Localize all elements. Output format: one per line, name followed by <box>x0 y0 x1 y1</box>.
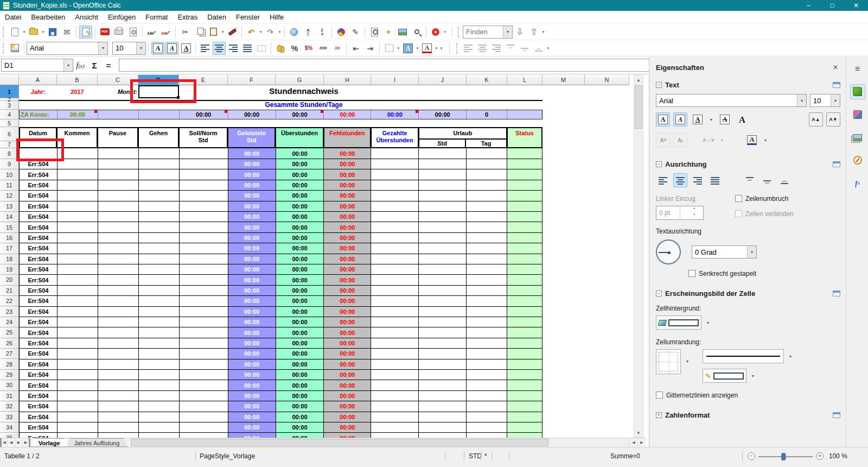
cell-G27[interactable]: 00:00 <box>276 349 324 359</box>
grid-row-34[interactable]: Err:50400:0000:0000:00 <box>19 422 542 433</box>
cell-H33[interactable]: 00:00 <box>324 412 371 422</box>
cell-L16[interactable] <box>507 233 542 243</box>
cell-L33[interactable] <box>507 412 542 422</box>
cell-J34[interactable] <box>419 422 467 433</box>
grow-font-icon[interactable]: A▲ <box>809 112 823 127</box>
cell-L34[interactable] <box>507 422 542 433</box>
cell-K34[interactable] <box>467 422 507 433</box>
cell-G30[interactable]: 00:00 <box>276 380 324 390</box>
cell-D32[interactable] <box>139 401 180 412</box>
header-gezahlte-ueberstunden[interactable]: GezahlteÜberstunden <box>371 127 419 148</box>
border-preset-dropdown[interactable]: ▾ <box>684 359 691 364</box>
cell-G35[interactable]: 00:00 <box>276 433 324 438</box>
cell-A23[interactable]: Err:504 <box>20 307 58 317</box>
cell-I30[interactable] <box>371 380 419 390</box>
cell-D4[interactable] <box>139 110 180 119</box>
cell-H10[interactable]: 00:00 <box>324 169 371 180</box>
cell-D14[interactable] <box>139 212 180 222</box>
cell-J33[interactable] <box>419 412 467 422</box>
cell-I29[interactable] <box>371 370 419 380</box>
cell-B22[interactable] <box>58 296 98 306</box>
insert-chart-icon[interactable] <box>335 26 348 39</box>
cell-A12[interactable]: Err:504 <box>20 191 58 201</box>
cell-B21[interactable] <box>58 286 98 296</box>
cell-E34[interactable] <box>180 422 228 433</box>
cell-E22[interactable] <box>180 296 228 306</box>
format-paintbrush-icon[interactable] <box>226 26 239 39</box>
grid-row-33[interactable]: Err:50400:0000:0000:00 <box>19 412 542 422</box>
cell-L28[interactable] <box>507 359 542 370</box>
undo-icon[interactable]: ↶ <box>245 26 258 39</box>
cell-K32[interactable] <box>467 401 507 412</box>
header-soll-norm-std[interactable]: Soll/NormStd <box>179 127 228 148</box>
cell-B19[interactable] <box>58 264 98 275</box>
shrink-font-icon[interactable]: A▼ <box>826 112 840 127</box>
wrap-text-checkbox[interactable] <box>735 195 742 202</box>
header-ueberstunden[interactable]: Überstunden <box>276 127 324 148</box>
cell-A27[interactable]: Err:504 <box>20 349 58 359</box>
first-sheet-button[interactable]: ◀ <box>0 438 8 447</box>
cell-F24[interactable]: 00:00 <box>228 317 276 327</box>
cell-D26[interactable] <box>139 338 180 349</box>
cell-D34[interactable] <box>139 422 180 433</box>
cell-J20[interactable] <box>419 275 467 285</box>
insert-mode[interactable]: STD <box>469 452 482 460</box>
navigator-tab-icon[interactable] <box>850 153 865 168</box>
sidebar-font-name-input[interactable] <box>656 97 797 105</box>
subtitle[interactable]: Gesammte Stunden/Tage <box>179 101 429 109</box>
cell-K4[interactable]: 0 <box>467 110 507 119</box>
cell-G26[interactable]: 00:00 <box>276 338 324 349</box>
sidebar-menu-icon[interactable]: ≡ <box>850 61 865 77</box>
grid-row-31[interactable]: Err:50400:0000:0000:00 <box>19 391 542 401</box>
properties-tab-icon[interactable] <box>850 84 865 99</box>
formatting-overflow[interactable]: ▾ <box>439 42 444 54</box>
cell-D35[interactable] <box>139 433 180 438</box>
cell-L19[interactable] <box>507 264 542 275</box>
cell-I22[interactable] <box>371 296 419 306</box>
cell-I10[interactable] <box>371 169 419 180</box>
find-next-icon[interactable]: ⇩ <box>513 26 526 39</box>
cell-E15[interactable] <box>180 222 228 232</box>
object-align-grip[interactable] <box>456 43 458 54</box>
cell-G33[interactable]: 00:00 <box>276 412 324 422</box>
cell-H11[interactable]: 00:00 <box>324 180 371 191</box>
find-input[interactable] <box>463 28 503 36</box>
cell-I32[interactable] <box>371 401 419 412</box>
cell-K29[interactable] <box>467 370 507 380</box>
cell-K24[interactable] <box>467 317 507 327</box>
cell-A31[interactable]: Err:504 <box>20 391 58 401</box>
cell-B18[interactable] <box>58 254 98 264</box>
cell-J13[interactable] <box>419 201 467 212</box>
font-color-icon[interactable]: A <box>420 42 433 55</box>
add-decimal-icon[interactable]: .000 <box>316 42 329 55</box>
sidebar-bold-icon[interactable]: A <box>656 112 670 127</box>
cell-I33[interactable] <box>371 412 419 422</box>
table-header-row[interactable]: Datum Kommen Pause Gehen Soll/NormStd Ge… <box>19 127 542 148</box>
cell-B29[interactable] <box>58 370 98 380</box>
cell-I25[interactable] <box>371 327 419 338</box>
sidebar-font-size-input[interactable] <box>810 97 831 105</box>
header-urlaub-std[interactable]: Std <box>419 140 466 147</box>
cell-L17[interactable] <box>507 243 542 254</box>
cell-C29[interactable] <box>98 370 139 380</box>
section-cell-appearance[interactable]: − Erscheinungsbild der Zelle <box>656 287 840 299</box>
bold-icon[interactable]: A <box>151 42 164 55</box>
cell-I18[interactable] <box>371 254 419 264</box>
cell-H9[interactable]: 00:00 <box>324 159 371 169</box>
object-align-overflow[interactable]: ▾ <box>546 42 551 54</box>
zoom-out-button[interactable]: − <box>748 452 755 460</box>
save-icon[interactable] <box>46 26 59 39</box>
cell-A17[interactable]: Err:504 <box>20 243 58 254</box>
cell-J8[interactable] <box>419 148 467 159</box>
grid-row-29[interactable]: Err:50400:0000:0000:00 <box>19 370 542 380</box>
collapse-icon[interactable]: − <box>656 161 662 167</box>
cell-B17[interactable] <box>58 243 98 254</box>
cell-D8[interactable] <box>139 148 180 159</box>
cell-D21[interactable] <box>139 286 180 296</box>
cell-E27[interactable] <box>180 349 228 359</box>
column-header-H[interactable]: H <box>324 75 371 85</box>
row-header-23[interactable]: 23 <box>0 306 19 317</box>
cell-A1[interactable]: Jahr: <box>19 85 57 98</box>
column-header-J[interactable]: J <box>419 75 467 85</box>
cell-K18[interactable] <box>467 254 507 264</box>
